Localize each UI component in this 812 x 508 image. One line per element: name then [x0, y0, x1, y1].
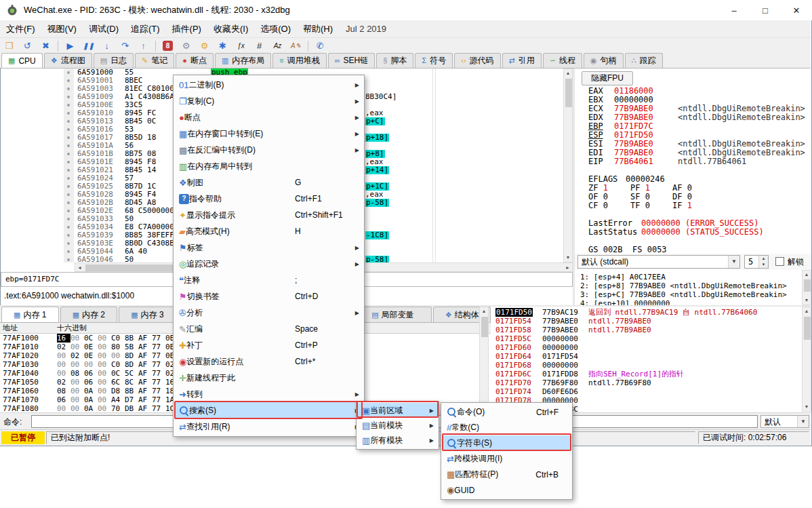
menu-item-汇编[interactable]: ✎汇编Space [175, 321, 363, 337]
dump-byte[interactable]: 00 [70, 378, 84, 387]
menu-item-当前模块[interactable]: ▤当前模块▶ [358, 418, 437, 433]
scroll-up-arrow[interactable]: ▲ [803, 271, 811, 279]
stack-row[interactable]: 0171FD7077B69F80ntdll.77B69F80 [491, 378, 811, 387]
menubar-item-8[interactable]: 帮助(H) [297, 20, 339, 38]
flags-row[interactable]: CF 0TF 0IF 1 [575, 201, 811, 210]
dump-byte[interactable]: 00 [98, 360, 111, 369]
dump-tab-内存 1[interactable]: ▦内存 1 [1, 307, 59, 322]
menu-item-跨模块调用(I)[interactable]: ⇄跨模块调用(I) [443, 451, 571, 467]
menu-item-当前区域[interactable]: ▣当前区域▶ [358, 403, 437, 418]
dump-byte[interactable]: 8C [125, 378, 138, 387]
tab-日志[interactable]: ▤日志 [94, 53, 134, 68]
breakpoint-dot-icon[interactable] [67, 258, 70, 261]
patches-hash-button[interactable]: # [251, 39, 268, 53]
restart-button[interactable]: ↺ [19, 39, 36, 53]
stack-row[interactable]: 0171FD5877B9ABE0ntdll.77B9ABE0 [491, 326, 811, 334]
dump-byte[interactable]: 00 [70, 404, 84, 412]
dump-byte[interactable]: 00 [98, 343, 111, 351]
menu-item-追踪记录[interactable]: ◎追踪记录▶ [175, 256, 363, 272]
tab-内存布局[interactable]: ▥内存布局 [215, 53, 271, 68]
dump-byte[interactable]: C0 [111, 334, 125, 343]
menu-item-设置新的运行点[interactable]: ◉设置新的运行点Ctrl+* [175, 353, 363, 370]
dump-scrollbar[interactable]: ▲▼ [479, 307, 489, 412]
dump-byte[interactable]: AF [138, 334, 152, 343]
menu-item-GUID[interactable]: ◉GUID [443, 482, 571, 498]
open-file-button[interactable]: ❒ [1, 39, 18, 53]
stack-row[interactable]: 0171FD6000000000 [491, 343, 811, 352]
dump-byte[interactable]: AF [138, 378, 152, 387]
dump-byte[interactable]: 8D [125, 360, 138, 369]
menu-item-分析[interactable]: ✇分析▶ [175, 305, 363, 321]
dump-byte[interactable]: 8D [125, 351, 138, 360]
stack-scrollbar[interactable]: ▲▼ [802, 307, 811, 412]
tab-调用堆栈[interactable]: ≡调用堆栈 [272, 53, 326, 68]
dump-byte[interactable]: 02 [57, 343, 70, 351]
last-status-row[interactable]: LastStatus00000000 (STATUS_SUCCESS) [575, 228, 811, 237]
step-into-button[interactable]: ↓ [98, 39, 115, 53]
menu-item-常数(C)[interactable]: #常数(C) [443, 420, 571, 435]
dump-byte[interactable]: AF [138, 360, 152, 369]
minimize-button[interactable]: – [718, 0, 750, 20]
menu-item-复制(C)[interactable]: ❐复制(C)▶ [175, 93, 363, 109]
breakpoint-dot-icon[interactable] [67, 112, 70, 115]
dump-tab-局部变量[interactable]: ▤局部变量 [353, 307, 432, 322]
tab-CPU[interactable]: ▦CPU [1, 53, 43, 68]
dump-byte[interactable]: 06 [57, 395, 70, 404]
dump-byte[interactable]: 0A [84, 404, 98, 412]
dump-byte[interactable]: 0E [84, 351, 98, 360]
close-button[interactable]: ✕ [781, 0, 812, 20]
dump-byte[interactable]: 02 [57, 378, 70, 387]
menubar-item-5[interactable]: 插件(P) [166, 20, 207, 38]
dump-byte[interactable]: 00 [98, 334, 111, 343]
breakpoint-dot-icon[interactable] [67, 128, 70, 131]
breakpoint-dot-icon[interactable] [67, 177, 70, 180]
segment-registers-row[interactable]: GS 002B FS 0053 [575, 246, 811, 254]
argument-row[interactable]: 3: [esp+C] 77B9ABE0 <ntdll.DbgUiRemoteBr… [580, 290, 787, 299]
tab-线程[interactable]: ∽线程 [543, 53, 582, 68]
breakpoint-dot-icon[interactable] [67, 242, 70, 245]
scroll-up-arrow[interactable]: ▲ [480, 307, 488, 315]
dump-byte[interactable]: 00 [70, 395, 84, 404]
dump-byte[interactable]: 77 [152, 369, 165, 378]
dump-byte[interactable]: AF [138, 343, 152, 351]
calculator-fx-button[interactable]: ƒx [232, 39, 249, 53]
dump-byte[interactable]: 16 [57, 334, 70, 343]
stack-row[interactable]: 0171FD6C0171FDD8指向SEH_Record[1]的指针 [491, 370, 811, 378]
execute-till-return-button[interactable]: ↑ [135, 39, 152, 53]
dump-byte[interactable]: 77 [152, 395, 165, 404]
dump-byte[interactable]: 5B [125, 343, 138, 351]
scroll-down-arrow[interactable]: ▼ [803, 296, 811, 305]
scroll-left-arrow[interactable]: ◄ [75, 263, 84, 271]
stack-row[interactable]: 0171FD6800000000 [491, 361, 811, 370]
menu-item-制图[interactable]: ❖制图G [175, 174, 363, 191]
register-row[interactable]: EDX77B9ABE0<ntdll.DbgUiRemoteBreakin> [575, 113, 811, 122]
dump-byte[interactable]: 6C [111, 378, 125, 387]
scroll-down-arrow[interactable]: ▼ [803, 403, 811, 411]
register-row[interactable]: EIP77B64061ntdll.77B64061 [575, 157, 811, 166]
dump-byte[interactable]: AF [138, 369, 152, 378]
dump-byte[interactable]: 02 [70, 351, 84, 360]
menu-item-切换书签[interactable]: ⚑切换书签Ctrl+D [175, 288, 363, 305]
argument-count-stepper[interactable]: 5 ▲▼ [744, 255, 769, 269]
menubar-item-7[interactable]: 选项(O) [254, 20, 297, 38]
appearance-gear-button[interactable]: ⚙ [196, 39, 213, 53]
help-contact-button[interactable]: ✆ [312, 39, 329, 53]
dump-tab-内存 3[interactable]: ▦内存 3 [119, 307, 176, 322]
dump-byte[interactable]: 77 [152, 387, 165, 395]
dump-byte[interactable]: 00 [111, 351, 125, 360]
argument-row[interactable]: 1: [esp+4] A0C17EEA [580, 273, 666, 281]
tab-句柄[interactable]: ◉句柄 [584, 53, 624, 68]
dump-byte[interactable]: 00 [57, 351, 70, 360]
dump-byte[interactable]: 0C [84, 334, 98, 343]
menu-item-标签[interactable]: ⚑标签▶ [175, 239, 363, 256]
stack-row[interactable]: 0171FD5477B9ABE0ntdll.77B9ABE0 [491, 317, 811, 326]
tab-脚本[interactable]: §脚本 [376, 53, 413, 68]
dump-byte[interactable]: AF [138, 404, 152, 412]
dump-byte[interactable]: 06 [84, 369, 98, 378]
tab-笔记[interactable]: ✎笔记 [135, 53, 174, 68]
scroll-up-arrow[interactable]: ▲ [803, 307, 811, 315]
stepper-arrows-icon[interactable]: ▲▼ [758, 256, 768, 268]
dump-byte[interactable]: 70 [111, 404, 125, 412]
dump-byte[interactable]: 00 [57, 369, 70, 378]
run-button[interactable]: ▶ [62, 39, 79, 53]
